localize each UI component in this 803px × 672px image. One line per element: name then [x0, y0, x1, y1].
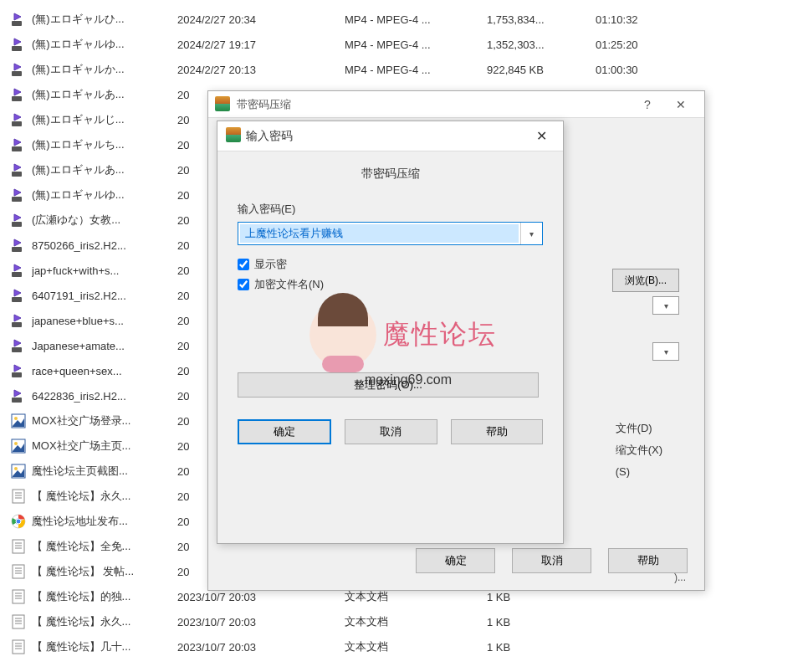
file-name: MOX社交广场登录...: [32, 413, 130, 428]
svg-point-39: [14, 467, 18, 470]
file-duration: 01:25:20: [596, 38, 679, 51]
svg-rect-60: [13, 615, 24, 628]
file-name: 6407191_iris2.H2...: [32, 290, 126, 302]
password-dropdown-button[interactable]: ▾: [520, 223, 542, 244]
password-input[interactable]: [240, 224, 519, 243]
image-icon: [10, 413, 27, 429]
chevron-down-icon: ▾: [529, 229, 534, 239]
file-size: 1,753,834...: [487, 13, 596, 26]
main-cancel-button[interactable]: 取消: [512, 548, 591, 573]
file-name: jap+fuck+with+s...: [32, 264, 119, 277]
file-size: 1 KB: [487, 616, 596, 628]
close-button[interactable]: ✕: [528, 125, 555, 148]
file-row[interactable]: (無)エロギャルひ...2024/2/27 20:34MP4 - MPEG-4 …: [0, 7, 803, 32]
image-icon: [10, 463, 27, 480]
svg-marker-7: [14, 89, 21, 95]
side-option-labels: 文件(D) 缩文件(X) (S): [616, 418, 662, 483]
dialog-title-text: 带密码压缩: [237, 97, 631, 112]
dialog-titlebar[interactable]: 带密码压缩 ? ✕: [208, 91, 704, 118]
svg-rect-0: [12, 21, 22, 26]
file-name: 【 魔性论坛】的独...: [32, 589, 130, 604]
chrome-icon: [10, 513, 27, 530]
svg-rect-24: [12, 322, 22, 327]
file-type: MP4 - MPEG-4 ...: [345, 38, 487, 51]
video-icon: [10, 187, 27, 203]
svg-marker-19: [14, 239, 21, 246]
file-name: (無)エロギャルじ...: [32, 112, 125, 127]
password-dialog: 输入密码 ✕ 带密码压缩 输入密码(E) ▾ 显示密 加密文件名(N) 整理密码…: [217, 121, 564, 544]
file-name: 【 魔性论坛】几十...: [32, 639, 130, 654]
file-row[interactable]: (無)エロギャルか...2024/2/27 20:13MP4 - MPEG-4 …: [0, 57, 803, 82]
show-password-checkbox[interactable]: [238, 259, 249, 270]
archive-dropdown[interactable]: ▾: [652, 296, 679, 315]
file-row[interactable]: (無)エロギャルゆ...2024/2/27 19:17MP4 - MPEG-4 …: [0, 32, 803, 57]
video-icon: [10, 337, 27, 354]
file-name: 【 魔性论坛】 发帖...: [32, 564, 134, 579]
file-type: 文本文档: [345, 589, 487, 604]
svg-rect-10: [12, 146, 22, 151]
file-row[interactable]: 【 魔性论坛】永久...2023/10/7 20:03文本文档1 KB: [0, 609, 803, 634]
encrypt-filename-checkbox[interactable]: [238, 279, 249, 290]
close-button[interactable]: ✕: [664, 93, 698, 116]
file-duration: 01:10:32: [596, 13, 679, 26]
show-password-checkbox-row[interactable]: 显示密: [238, 257, 543, 272]
password-input-label: 输入密码(E): [238, 202, 543, 217]
file-name: (無)エロギャルあ...: [32, 162, 125, 177]
svg-marker-29: [14, 365, 21, 372]
main-help-button[interactable]: 帮助: [608, 548, 688, 573]
file-date: 2024/2/27 20:34: [177, 13, 345, 26]
video-icon: [10, 61, 27, 78]
password-titlebar[interactable]: 输入密码 ✕: [217, 121, 563, 151]
svg-rect-16: [12, 222, 22, 227]
password-ok-button[interactable]: 确定: [238, 419, 331, 444]
browse-button[interactable]: 浏览(B)...: [612, 269, 679, 292]
svg-rect-2: [12, 46, 22, 51]
file-name: 6422836_iris2.H2...: [32, 390, 126, 403]
video-icon: [10, 362, 27, 379]
svg-rect-6: [12, 96, 22, 101]
file-date: 2024/2/27 19:17: [177, 38, 345, 51]
option-s-label: (S): [616, 461, 662, 483]
file-size: 1 KB: [487, 641, 596, 654]
svg-rect-22: [12, 297, 22, 302]
svg-marker-1: [14, 13, 21, 20]
svg-rect-52: [13, 565, 24, 578]
svg-rect-41: [13, 490, 24, 503]
password-cancel-button[interactable]: 取消: [345, 419, 437, 444]
video-icon: [10, 387, 27, 404]
svg-rect-20: [12, 272, 22, 277]
file-name: (無)エロギャルか...: [32, 62, 125, 77]
file-type: 文本文档: [345, 614, 487, 629]
option-d-label: 文件(D): [616, 418, 662, 439]
chevron-down-icon: ▾: [664, 301, 668, 310]
text-icon: [10, 613, 27, 630]
image-icon: [10, 438, 27, 454]
file-name: 魔性论坛主页截图...: [32, 464, 128, 479]
file-name: (無)エロギャルひ...: [32, 12, 125, 27]
file-duration: 01:00:30: [596, 64, 679, 76]
video-icon: [10, 162, 27, 178]
text-icon: [10, 588, 27, 605]
text-icon: [10, 639, 27, 655]
svg-rect-28: [12, 372, 22, 377]
encrypt-filename-checkbox-row[interactable]: 加密文件名(N): [238, 277, 543, 292]
svg-rect-26: [12, 347, 22, 352]
video-icon: [10, 237, 27, 254]
svg-marker-3: [14, 38, 21, 45]
file-name: 【 魔性论坛】全免...: [32, 539, 130, 554]
help-button[interactable]: ?: [631, 93, 664, 116]
main-ok-button[interactable]: 确定: [416, 548, 495, 573]
password-help-button[interactable]: 帮助: [451, 419, 543, 444]
svg-rect-12: [12, 172, 22, 177]
file-type: 文本文档: [345, 639, 487, 654]
option-dropdown[interactable]: ▾: [652, 342, 679, 361]
file-name: race+queen+sex...: [32, 365, 122, 377]
svg-rect-64: [13, 640, 24, 654]
file-name: (無)エロギャルち...: [32, 137, 125, 152]
file-name: 【 魔性论坛】永久...: [32, 614, 130, 629]
password-heading: 带密码压缩: [217, 151, 563, 202]
svg-marker-9: [14, 114, 21, 121]
file-name: 8750266_iris2.H2...: [32, 239, 126, 252]
file-row[interactable]: 【 魔性论坛】几十...2023/10/7 20:03文本文档1 KB: [0, 634, 803, 659]
text-icon: [10, 488, 27, 505]
